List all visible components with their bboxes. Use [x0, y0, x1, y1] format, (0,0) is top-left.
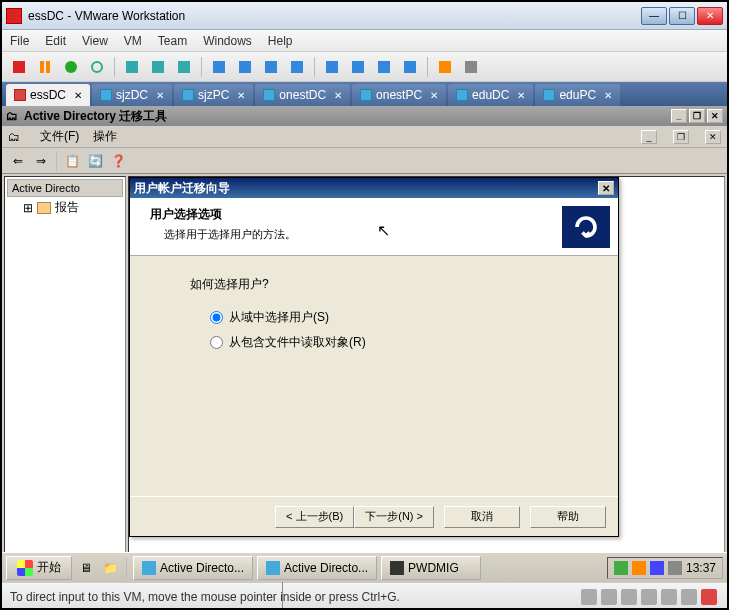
vmware-app-icon	[6, 8, 22, 24]
toolbar-separator	[427, 57, 428, 77]
forward-button[interactable]: ⇒	[31, 151, 51, 171]
tree-root[interactable]: Active Directo	[7, 179, 123, 197]
start-label: 开始	[37, 559, 61, 576]
stop-button[interactable]	[8, 56, 30, 78]
tab-edupc[interactable]: eduPC✕	[535, 84, 620, 106]
tile4-button[interactable]	[399, 56, 421, 78]
revert-button[interactable]	[147, 56, 169, 78]
guest-menu-file[interactable]: 文件(F)	[40, 128, 79, 145]
guest-restore-button[interactable]: ❐	[689, 109, 705, 123]
wizard-title: 用户帐户迁移向导	[134, 180, 230, 197]
toolbar-separator	[56, 151, 57, 171]
wizard-next-button[interactable]: 下一步(N) >	[354, 506, 434, 528]
guest-minimize-button[interactable]: _	[671, 109, 687, 123]
tree-item-reports[interactable]: ⊞ 报告	[7, 197, 123, 218]
menu-help[interactable]: Help	[268, 34, 293, 48]
vm-icon	[360, 89, 372, 101]
play-button[interactable]	[60, 56, 82, 78]
tab-label: onestDC	[279, 88, 326, 102]
maximize-button[interactable]: ☐	[669, 7, 695, 25]
tab-label: eduPC	[559, 88, 596, 102]
tray-icon[interactable]	[614, 561, 628, 575]
radio-file[interactable]	[210, 336, 223, 349]
doc-close-button[interactable]: ✕	[705, 130, 721, 144]
help-button[interactable]: ❓	[108, 151, 128, 171]
menu-file[interactable]: File	[10, 34, 29, 48]
tab-edudc[interactable]: eduDC✕	[448, 84, 533, 106]
prop-button[interactable]: 📋	[62, 151, 82, 171]
tab-label: sjzPC	[198, 88, 229, 102]
tab-close-icon[interactable]: ✕	[156, 90, 164, 101]
tray-network-icon[interactable]	[650, 561, 664, 575]
folder-icon	[37, 202, 51, 214]
guest-menubar: 🗂 文件(F) 操作 _ ❐ ✕	[2, 126, 727, 148]
misc2-button[interactable]	[460, 56, 482, 78]
guest-close-button[interactable]: ✕	[707, 109, 723, 123]
view4-button[interactable]	[286, 56, 308, 78]
tab-close-icon[interactable]: ✕	[74, 90, 82, 101]
doc-minimize-button[interactable]: _	[641, 130, 657, 144]
toolbar-separator	[114, 57, 115, 77]
tab-label: onestPC	[376, 88, 422, 102]
tab-sjzpc[interactable]: sjzPC✕	[174, 84, 253, 106]
doc-restore-button[interactable]: ❐	[673, 130, 689, 144]
wizard-help-button[interactable]: 帮助	[530, 506, 606, 528]
menu-edit[interactable]: Edit	[45, 34, 66, 48]
guest-window-titlebar: 🗂 Active Directory 迁移工具 _ ❐ ✕	[2, 106, 727, 126]
menu-vm[interactable]: VM	[124, 34, 142, 48]
vm-icon	[456, 89, 468, 101]
tab-onestpc[interactable]: onestPC✕	[352, 84, 446, 106]
menu-view[interactable]: View	[82, 34, 108, 48]
wizard-cancel-button[interactable]: 取消	[444, 506, 520, 528]
taskbar-item-2[interactable]: Active Directo...	[257, 556, 377, 580]
reset-button[interactable]	[86, 56, 108, 78]
tile3-button[interactable]	[373, 56, 395, 78]
wizard-option-domain[interactable]: 从域中选择用户(S)	[210, 309, 578, 326]
tab-label: sjzDC	[116, 88, 148, 102]
tile1-button[interactable]	[321, 56, 343, 78]
wizard-titlebar[interactable]: 用户帐户迁移向导 ✕	[130, 178, 618, 198]
wizard-close-button[interactable]: ✕	[598, 181, 614, 195]
misc1-button[interactable]	[434, 56, 456, 78]
tab-essdc[interactable]: essDC✕	[6, 84, 90, 106]
tray-icon[interactable]	[632, 561, 646, 575]
view3-button[interactable]	[260, 56, 282, 78]
taskbar-item-1[interactable]: Active Directo...	[133, 556, 253, 580]
radio-domain[interactable]	[210, 311, 223, 324]
manage-button[interactable]	[173, 56, 195, 78]
view1-button[interactable]	[208, 56, 230, 78]
tray-volume-icon[interactable]	[668, 561, 682, 575]
tray-clock[interactable]: 13:37	[686, 561, 716, 575]
taskbar-item-3[interactable]: PWDMIG	[381, 556, 481, 580]
task-icon	[390, 561, 404, 575]
close-button[interactable]: ✕	[697, 7, 723, 25]
tab-close-icon[interactable]: ✕	[334, 90, 342, 101]
view2-button[interactable]	[234, 56, 256, 78]
start-button[interactable]: 开始	[6, 556, 72, 580]
tab-close-icon[interactable]: ✕	[237, 90, 245, 101]
back-button[interactable]: ⇐	[8, 151, 28, 171]
tab-onestdc[interactable]: onestDC✕	[255, 84, 350, 106]
minimize-button[interactable]: —	[641, 7, 667, 25]
menu-team[interactable]: Team	[158, 34, 187, 48]
guest-vm-display: 🗂 Active Directory 迁移工具 _ ❐ ✕ 🗂 文件(F) 操作…	[2, 106, 727, 582]
guest-toolbar: ⇐ ⇒ 📋 🔄 ❓	[2, 148, 727, 174]
wizard-header: 用户选择选项 选择用于选择用户的方法。	[130, 198, 618, 256]
quick-launch-desktop[interactable]: 🖥	[76, 558, 96, 578]
tab-close-icon[interactable]: ✕	[517, 90, 525, 101]
quick-launch-app[interactable]: 📁	[100, 558, 120, 578]
tab-close-icon[interactable]: ✕	[430, 90, 438, 101]
refresh-button[interactable]: 🔄	[85, 151, 105, 171]
tree-expand-icon[interactable]: ⊞	[23, 201, 33, 215]
tab-sjzdc[interactable]: sjzDC✕	[92, 84, 172, 106]
wizard-back-button[interactable]: < 上一步(B)	[275, 506, 354, 528]
tab-label: eduDC	[472, 88, 509, 102]
pause-button[interactable]	[34, 56, 56, 78]
wizard-option-file[interactable]: 从包含文件中读取对象(R)	[210, 334, 578, 351]
tile2-button[interactable]	[347, 56, 369, 78]
menu-windows[interactable]: Windows	[203, 34, 252, 48]
snapshot-button[interactable]	[121, 56, 143, 78]
guest-menu-action[interactable]: 操作	[93, 128, 117, 145]
vmware-toolbar	[2, 52, 727, 82]
tab-close-icon[interactable]: ✕	[604, 90, 612, 101]
